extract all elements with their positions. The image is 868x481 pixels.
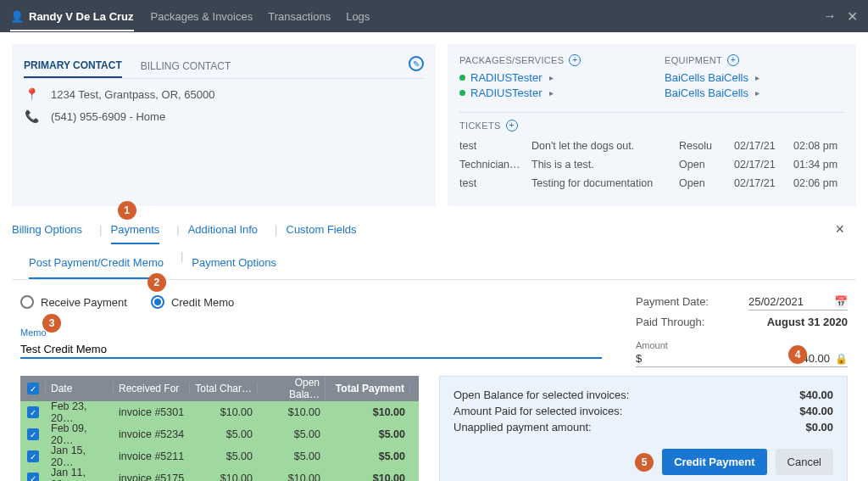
invoice-table: ✓ Date Received For Total Char… Open Bal… bbox=[20, 376, 419, 481]
location-pin-icon: 📍 bbox=[24, 87, 39, 101]
contact-address: 1234 Test, Grantpass, OR, 65000 bbox=[51, 88, 214, 101]
services-panel: PACKAGES/SERVICES + RADIUSTester▸ RADIUS… bbox=[448, 44, 856, 206]
row-checkbox[interactable]: ✓ bbox=[27, 406, 39, 418]
tab-post-payment-credit-memo[interactable]: Post Payment/Credit Memo bbox=[29, 249, 164, 279]
ticket-row[interactable]: Technician …This is a test.Open02/17/210… bbox=[459, 155, 844, 174]
ticket-row[interactable]: testTesting for documentationOpen02/17/2… bbox=[459, 174, 844, 193]
radio-icon bbox=[151, 295, 164, 309]
row-checkbox[interactable]: ✓ bbox=[27, 473, 39, 481]
chevron-right-icon: ▸ bbox=[755, 88, 760, 98]
row-checkbox[interactable]: ✓ bbox=[27, 450, 39, 462]
packages-services-label: PACKAGES/SERVICES bbox=[459, 55, 564, 65]
unapplied-label: Unapplied payment amount: bbox=[453, 421, 592, 433]
col-received-for[interactable]: Received For bbox=[114, 383, 190, 394]
col-total-charges[interactable]: Total Char… bbox=[190, 383, 258, 394]
close-window-icon[interactable]: ✕ bbox=[847, 8, 858, 25]
person-icon: 👤 bbox=[10, 10, 24, 23]
amount-input[interactable]: $ 40.00 🔒 4 bbox=[636, 350, 848, 367]
status-dot-icon bbox=[459, 75, 465, 81]
amount-value: 40.00 bbox=[802, 352, 830, 365]
table-row[interactable]: ✓Jan 15, 20…invoice #5211$5.00$5.00$5.00 bbox=[20, 445, 419, 467]
service-link[interactable]: RADIUSTester bbox=[470, 71, 542, 84]
amount-label: Amount bbox=[636, 340, 848, 350]
contact-panel: PRIMARY CONTACT BILLING CONTACT ✎ 📍 1234… bbox=[12, 44, 436, 206]
amount-paid-label: Amount Paid for selected invoices: bbox=[453, 405, 622, 417]
equipment-label: EQUIPMENT bbox=[665, 55, 722, 65]
add-ticket-icon[interactable]: + bbox=[506, 120, 518, 131]
payment-date-label: Payment Date: bbox=[636, 295, 709, 310]
unapplied-value: $0.00 bbox=[805, 421, 833, 433]
status-dot-icon bbox=[459, 90, 465, 96]
equipment-link[interactable]: BaiCells BaiCells bbox=[665, 71, 748, 84]
payment-summary: Open Balance for selected invoices:$40.0… bbox=[439, 376, 848, 481]
payment-date-input[interactable]: 25/02/2021 📅 bbox=[748, 295, 848, 310]
chevron-right-icon: ▸ bbox=[549, 88, 554, 98]
tab-payments[interactable]: Payments bbox=[111, 216, 160, 244]
currency-symbol: $ bbox=[636, 352, 642, 365]
forward-icon[interactable]: → bbox=[823, 8, 837, 24]
tab-primary-contact[interactable]: PRIMARY CONTACT bbox=[24, 54, 122, 78]
credit-payment-button[interactable]: Credit Payment bbox=[662, 449, 766, 475]
tickets-label: TICKETS bbox=[459, 120, 501, 131]
radio-icon bbox=[20, 295, 34, 309]
chevron-right-icon: ▸ bbox=[755, 73, 760, 82]
ticket-row[interactable]: testDon't let the dogs out.Resolu02/17/2… bbox=[459, 137, 844, 155]
table-row[interactable]: ✓Jan 11, 20…invoice #5175$10.00$10.00$10… bbox=[20, 467, 419, 481]
contact-phone: (541) 955-6909 - Home bbox=[51, 110, 165, 123]
memo-input[interactable] bbox=[20, 339, 602, 359]
amount-paid-value: $40.00 bbox=[799, 405, 833, 417]
row-checkbox[interactable]: ✓ bbox=[27, 428, 39, 440]
tab-billing-contact[interactable]: BILLING CONTACT bbox=[141, 55, 231, 77]
annotation-marker: 5 bbox=[635, 453, 654, 472]
tab-additional-info[interactable]: Additional Info bbox=[188, 216, 258, 243]
tab-payment-options[interactable]: Payment Options bbox=[192, 249, 276, 279]
equipment-link[interactable]: BaiCells BaiCells bbox=[665, 87, 748, 99]
service-link[interactable]: RADIUSTester bbox=[470, 87, 542, 99]
paid-through-value: August 31 2020 bbox=[767, 316, 848, 328]
memo-label: Memo bbox=[20, 327, 602, 338]
lock-icon: 🔒 bbox=[835, 353, 848, 365]
open-balance-label: Open Balance for selected invoices: bbox=[453, 389, 629, 401]
edit-contact-icon[interactable]: ✎ bbox=[409, 56, 424, 71]
payment-date-value: 25/02/2021 bbox=[748, 295, 804, 308]
open-balance-value: $40.00 bbox=[799, 389, 833, 401]
receive-payment-label: Receive Payment bbox=[41, 296, 127, 309]
table-row[interactable]: ✓Feb 23, 20…invoice #5301$10.00$10.00$10… bbox=[20, 401, 419, 423]
credit-memo-label: Credit Memo bbox=[171, 296, 234, 309]
customer-name: Randy V De La Cruz bbox=[29, 10, 134, 23]
radio-receive-payment[interactable]: Receive Payment bbox=[20, 295, 127, 309]
nav-transactions[interactable]: Transactions bbox=[268, 10, 331, 23]
tab-billing-options[interactable]: Billing Options bbox=[12, 216, 82, 243]
paid-through-label: Paid Through: bbox=[636, 316, 704, 328]
add-package-icon[interactable]: + bbox=[569, 54, 581, 66]
radio-credit-memo[interactable]: Credit Memo 2 bbox=[151, 295, 234, 309]
close-panel-icon[interactable]: × bbox=[835, 221, 844, 238]
cancel-button[interactable]: Cancel bbox=[776, 449, 833, 475]
add-equipment-icon[interactable]: + bbox=[727, 54, 739, 66]
col-date[interactable]: Date bbox=[46, 383, 114, 394]
col-open-balance[interactable]: Open Bala… bbox=[258, 377, 326, 400]
chevron-right-icon: ▸ bbox=[549, 73, 554, 82]
top-nav: 👤 Randy V De La Cruz Packages & Invoices… bbox=[0, 0, 868, 32]
nav-packages-invoices[interactable]: Packages & Invoices bbox=[151, 10, 253, 23]
table-row[interactable]: ✓Feb 09, 20…invoice #5234$5.00$5.00$5.00 bbox=[20, 423, 419, 445]
tab-custom-fields[interactable]: Custom Fields bbox=[287, 216, 357, 243]
customer-name-tab[interactable]: 👤 Randy V De La Cruz bbox=[10, 2, 134, 31]
nav-logs[interactable]: Logs bbox=[346, 10, 370, 23]
col-total-payment[interactable]: Total Payment bbox=[326, 383, 410, 394]
select-all-checkbox[interactable]: ✓ bbox=[27, 383, 39, 394]
calendar-icon: 📅 bbox=[834, 295, 848, 308]
phone-icon: 📞 bbox=[24, 109, 39, 123]
